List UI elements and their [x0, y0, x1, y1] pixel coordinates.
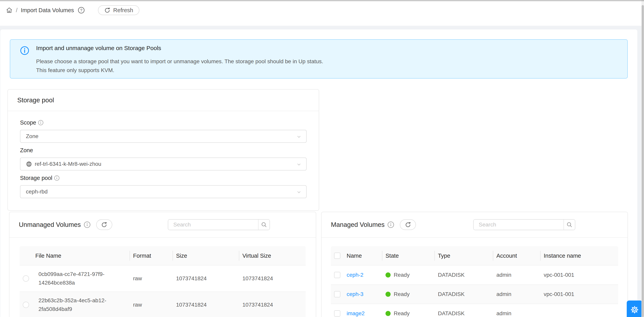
file-name-line2: 2fa508d4baf9 — [38, 306, 72, 312]
zone-select[interactable]: ref-trl-6341-k-Mr8-wei-zhou — [20, 158, 306, 170]
file-name-line1: 22b63c2b-352a-4ec5-ab12- — [38, 297, 106, 303]
chevron-down-icon — [296, 134, 302, 140]
managed-volumes-card: Managed Volumes — [321, 212, 628, 317]
managed-header-account: Account — [493, 246, 540, 265]
cell-format: raw — [130, 275, 173, 282]
managed-search-input[interactable] — [474, 220, 564, 230]
pool-label: Storage pool — [20, 175, 52, 181]
cell-virtual-size: 1073741824 — [239, 275, 306, 282]
managed-refresh-button[interactable] — [400, 219, 416, 230]
volume-name-link[interactable]: image2 — [347, 310, 365, 316]
breadcrumb-current: Import Data Volumes — [21, 7, 74, 14]
managed-header-type: Type — [435, 246, 493, 265]
cell-file-name: 0cb099aa-cc7e-4721-97f9- 14264bce838a — [32, 265, 130, 291]
alert-description: Please choose a storage pool that you wa… — [36, 57, 323, 75]
zone-label-row: Zone — [20, 147, 306, 154]
managed-search — [473, 219, 575, 230]
unmanaged-header-select-col — [20, 246, 32, 265]
home-icon[interactable] — [6, 7, 12, 14]
refresh-button[interactable]: Refresh — [98, 5, 140, 15]
unmanaged-search-input[interactable] — [168, 220, 258, 230]
info-circle-icon — [84, 221, 91, 228]
unmanaged-volumes-title: Unmanaged Volumes — [19, 221, 81, 228]
chevron-down-icon — [296, 189, 302, 195]
volume-name-link[interactable]: ceph-3 — [347, 291, 364, 297]
state-label: Ready — [394, 291, 410, 297]
top-bar: / Import Data Volumes ? Refresh — [0, 0, 642, 26]
status-dot-icon — [386, 311, 390, 316]
cell-instance-name: vpc-001-001 — [540, 272, 619, 278]
info-circle-icon — [38, 120, 44, 126]
alert-line-1: Please choose a storage pool that you wa… — [36, 57, 323, 66]
managed-header-name: Name — [344, 246, 382, 265]
zone-label: Zone — [20, 147, 33, 154]
storage-pool-card: Storage pool Scope Zone — [8, 89, 319, 211]
managed-header-select-col — [331, 246, 344, 265]
storage-pool-card-body: Scope Zone Zone — [8, 111, 319, 198]
breadcrumb-separator: / — [16, 7, 18, 14]
cell-type: DATADISK — [435, 291, 493, 297]
pool-label-row: Storage pool — [20, 175, 306, 181]
reload-icon — [104, 7, 110, 13]
table-row[interactable]: 22b63c2b-352a-4ec5-ab12- 2fa508d4baf9 ra… — [20, 291, 306, 317]
row-checkbox[interactable] — [334, 291, 340, 297]
scrollbar-thumb[interactable] — [642, 5, 644, 317]
unmanaged-refresh-button[interactable] — [96, 219, 112, 230]
managed-header-instance-name: Instance name — [540, 246, 619, 265]
svg-text:?: ? — [80, 8, 82, 12]
settings-fab-button[interactable] — [627, 300, 642, 317]
cell-account: admin — [493, 272, 540, 278]
question-circle-icon[interactable]: ? — [78, 7, 85, 14]
status-dot-icon — [386, 272, 390, 277]
cell-format: raw — [130, 302, 173, 308]
unmanaged-volumes-header: Unmanaged Volumes — [10, 212, 316, 238]
pool-select[interactable]: ceph-rbd — [20, 185, 306, 198]
unmanaged-volumes-card: Unmanaged Volumes — [9, 212, 316, 317]
cell-virtual-size: 1073741824 — [239, 302, 306, 308]
state-label: Ready — [394, 310, 410, 316]
table-row[interactable]: ceph-3 Ready DATADISK admin vpc-001-001 — [331, 284, 618, 304]
volume-name-link[interactable]: ceph-2 — [347, 272, 364, 278]
scope-select[interactable]: Zone — [20, 130, 306, 143]
breadcrumb: / Import Data Volumes ? Refresh — [6, 0, 139, 21]
alert-line-2: This feature only supports KVM. — [36, 66, 323, 75]
state-label: Ready — [394, 272, 410, 278]
managed-volumes-header: Managed Volumes — [322, 212, 628, 238]
cell-state: Ready — [382, 272, 435, 278]
unmanaged-header-file-name: File Name — [32, 246, 130, 265]
cell-account: admin — [493, 310, 540, 316]
page-scrollbar — [642, 0, 644, 317]
cell-instance-name: vpc-001-001 — [540, 291, 619, 297]
table-row[interactable]: image2 Ready DATADISK admin — [331, 304, 618, 317]
row-radio[interactable] — [23, 275, 29, 282]
row-checkbox[interactable] — [334, 272, 340, 278]
managed-table-body: ceph-2 Ready DATADISK admin vpc-001-001 … — [331, 265, 618, 317]
managed-search-button[interactable] — [564, 220, 575, 230]
unmanaged-header-format: Format — [130, 246, 173, 265]
row-radio[interactable] — [23, 302, 29, 308]
unmanaged-search — [168, 219, 270, 230]
cell-file-name: 22b63c2b-352a-4ec5-ab12- 2fa508d4baf9 — [32, 292, 130, 317]
info-circle-icon — [20, 46, 29, 55]
cell-account: admin — [493, 291, 540, 297]
file-name-line1: 0cb099aa-cc7e-4721-97f9- — [38, 271, 104, 277]
chevron-down-icon — [296, 161, 302, 167]
gear-icon — [630, 305, 639, 314]
alert-title: Import and unmanage volume on Storage Po… — [36, 45, 161, 52]
row-checkbox[interactable] — [334, 310, 340, 316]
scope-label-row: Scope — [20, 119, 306, 126]
unmanaged-header-size: Size — [173, 246, 239, 265]
select-all-checkbox[interactable] — [334, 253, 340, 259]
unmanaged-header-virtual-size: Virtual Size — [239, 246, 306, 265]
cell-type: DATADISK — [435, 272, 493, 278]
cell-state: Ready — [382, 310, 435, 316]
managed-volumes-table: Name State Type Account Instance name ce… — [331, 246, 618, 317]
unmanaged-search-button[interactable] — [258, 220, 270, 230]
magnifier-icon — [566, 221, 572, 228]
zone-select-value: ref-trl-6341-k-Mr8-wei-zhou — [35, 161, 101, 167]
reload-icon — [405, 222, 411, 228]
table-row[interactable]: ceph-2 Ready DATADISK admin vpc-001-001 — [331, 265, 618, 284]
table-row[interactable]: 0cb099aa-cc7e-4721-97f9- 14264bce838a ra… — [20, 265, 306, 291]
status-dot-icon — [386, 292, 390, 297]
globe-icon — [26, 161, 32, 167]
